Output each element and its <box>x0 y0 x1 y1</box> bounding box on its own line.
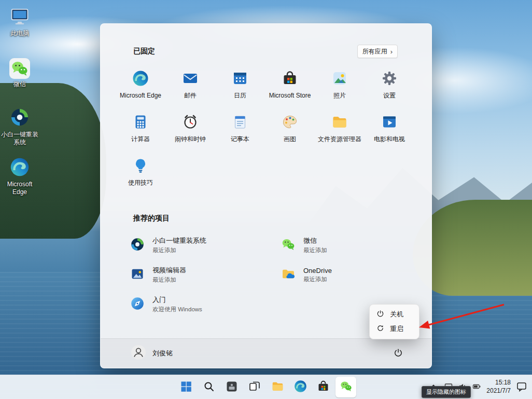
desktop-icon-xiaobai-reinstall[interactable]: 小白一键重装系统 <box>0 107 39 146</box>
recommended-item-onedrive[interactable]: OneDrive 最近添加 <box>276 260 427 290</box>
restart-menu-item[interactable]: 重启 <box>372 322 417 336</box>
all-apps-button[interactable]: 所有应用 › <box>357 45 398 58</box>
taskbar-search-button[interactable] <box>199 377 219 397</box>
windows-logo-icon <box>180 380 192 394</box>
file-explorer-button[interactable] <box>267 377 288 397</box>
app-label: 邮件 <box>184 92 197 100</box>
recommended-item-xiaobai[interactable]: 小白一键重装系统 最近添加 <box>125 230 276 260</box>
pinned-app-tips[interactable]: 使用技巧 <box>116 157 165 201</box>
task-view-button[interactable] <box>244 377 265 397</box>
pinned-section-title: 已固定 <box>133 47 155 56</box>
avatar <box>131 345 146 362</box>
power-menu: 关机 重启 <box>369 304 419 339</box>
app-label: 设置 <box>383 92 396 100</box>
desktop-icon-wechat[interactable]: 微信 <box>0 58 39 88</box>
taskbar-app-list <box>176 377 356 397</box>
app-label: 计算器 <box>131 136 150 143</box>
edge-icon <box>10 157 30 179</box>
notification-center-button[interactable] <box>515 380 528 394</box>
paint-icon <box>282 114 298 132</box>
pinned-app-edge[interactable]: Microsoft Edge <box>116 70 165 114</box>
app-label: 使用技巧 <box>128 180 153 187</box>
pinned-app-settings[interactable]: 设置 <box>365 70 414 114</box>
pinned-app-calculator[interactable]: 计算器 <box>116 114 165 157</box>
wechat-button[interactable] <box>335 377 356 397</box>
pinned-app-file-explorer[interactable]: 文件资源管理器 <box>315 114 365 157</box>
recommended-item-wechat[interactable]: 微信 最近添加 <box>276 230 427 260</box>
recommended-subtitle: 最近添加 <box>303 246 327 254</box>
desktop-icon-this-pc[interactable]: 此电脑 <box>0 6 39 37</box>
clock-time: 15:18 <box>486 379 511 387</box>
pinned-app-paint[interactable]: 画图 <box>265 114 315 157</box>
app-label: 照片 <box>333 92 346 100</box>
recommended-title: 视频编辑器 <box>152 266 186 275</box>
shutdown-menu-item[interactable]: 关机 <box>372 307 417 322</box>
recommended-subtitle: 最近添加 <box>152 246 206 254</box>
recommended-section-title: 推荐的项目 <box>133 214 170 223</box>
app-label: 闹钟和时钟 <box>175 136 206 143</box>
video-editor-icon <box>130 267 145 283</box>
shutdown-label: 关机 <box>390 310 403 319</box>
restart-label: 重启 <box>390 324 403 334</box>
start-user-bar: 刘俊铭 <box>101 338 431 368</box>
edge-button[interactable] <box>290 377 311 397</box>
recommended-subtitle: 欢迎使用 Windows <box>152 306 202 313</box>
comment-bubble-icon <box>516 381 527 393</box>
user-profile-button[interactable]: 刘俊铭 <box>131 345 173 362</box>
user-name: 刘俊铭 <box>152 349 173 358</box>
alarm-clock-icon <box>182 114 199 132</box>
get-started-icon <box>130 296 145 313</box>
recommended-title: 微信 <box>303 236 327 245</box>
app-label: 文件资源管理器 <box>318 136 361 143</box>
file-explorer-icon <box>271 380 284 394</box>
pinned-app-notepad[interactable]: 记事本 <box>215 114 265 157</box>
edge-icon <box>132 70 149 89</box>
taskbar-pinned-app-button[interactable] <box>221 377 242 397</box>
battery-tray-button[interactable] <box>471 381 482 393</box>
recommended-title: OneDrive <box>303 267 332 274</box>
file-explorer-icon <box>331 114 348 132</box>
wechat-icon <box>9 58 30 79</box>
power-button[interactable] <box>389 344 408 363</box>
app-label: 记事本 <box>231 136 249 143</box>
recommended-title: 小白一键重装系统 <box>152 236 206 245</box>
search-icon <box>203 380 215 394</box>
photos-icon <box>331 70 348 89</box>
notepad-icon <box>232 114 248 132</box>
recommended-subtitle: 最近添加 <box>152 276 186 284</box>
calculator-icon <box>132 114 149 132</box>
all-apps-label: 所有应用 <box>362 47 387 56</box>
app-label: 画图 <box>284 136 296 143</box>
xiaobai-reinstall-icon <box>10 107 30 129</box>
restart-icon <box>376 324 384 334</box>
recommended-item-get-started[interactable]: 入门 欢迎使用 Windows <box>125 290 276 319</box>
recommended-item-video-editor[interactable]: 视频编辑器 最近添加 <box>125 260 276 290</box>
app-label: Microsoft Store <box>269 92 311 100</box>
edge-icon <box>294 380 307 394</box>
pinned-app-store[interactable]: Microsoft Store <box>265 70 315 114</box>
xiaobai-reinstall-icon <box>130 237 145 254</box>
tips-icon <box>132 157 149 176</box>
desktop-icon-label: Microsoft Edge <box>0 181 39 196</box>
store-icon <box>282 70 298 89</box>
pinned-app-alarms[interactable]: 闹钟和时钟 <box>165 114 215 157</box>
desktop-icon-edge[interactable]: Microsoft Edge <box>0 157 39 196</box>
show-hidden-icons-tooltip: 显示隐藏的图标 <box>422 386 471 398</box>
app-label: Microsoft Edge <box>120 92 161 100</box>
microsoft-store-button[interactable] <box>313 377 333 397</box>
app-label: 电影和电视 <box>374 136 405 143</box>
shutdown-icon <box>376 310 384 319</box>
pinned-app-mail[interactable]: 邮件 <box>165 70 215 114</box>
recommended-title: 入门 <box>152 295 202 305</box>
settings-gear-icon <box>381 70 398 89</box>
pinned-app-photos[interactable]: 照片 <box>315 70 365 114</box>
battery-icon <box>472 382 481 392</box>
taskbar-start-button[interactable] <box>176 377 197 397</box>
pinned-app-movies-tv[interactable]: 电影和电视 <box>365 114 414 157</box>
taskbar-clock[interactable]: 15:18 2021/7/7 <box>486 379 511 395</box>
pinned-app-calendar[interactable]: 日历 <box>215 70 265 114</box>
store-icon <box>317 380 330 394</box>
clock-date: 2021/7/7 <box>486 387 511 395</box>
recommended-subtitle: 最近添加 <box>303 276 332 283</box>
power-icon <box>394 348 403 359</box>
